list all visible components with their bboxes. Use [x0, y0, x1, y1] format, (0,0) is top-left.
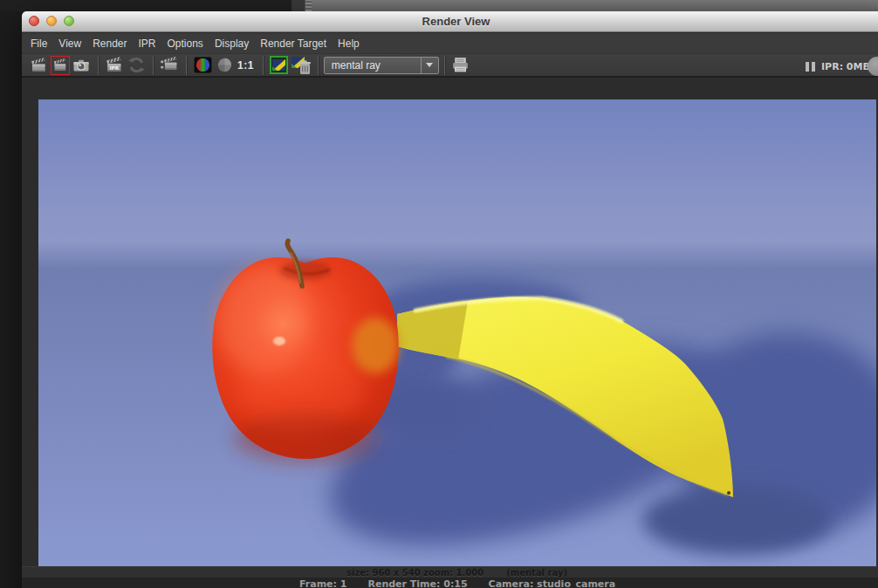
background-window-bar: [312, 0, 878, 11]
ipr-memory-label: IPR: 0MB: [821, 61, 870, 72]
renderer-dropdown-arrow-button[interactable]: [421, 58, 438, 73]
remove-image-button[interactable]: [291, 55, 312, 76]
toolbar-separator: [444, 56, 445, 75]
display-rgb-button[interactable]: [192, 55, 213, 76]
ipr-status-cluster: IPR: 0MB: [806, 54, 870, 79]
render-scene: [38, 99, 876, 566]
menu-help[interactable]: Help: [338, 33, 360, 54]
menu-view[interactable]: View: [58, 33, 81, 54]
render-clapper-icon: [30, 56, 49, 75]
ipr-clapper-icon: IPR: [105, 55, 125, 75]
render-settings-button[interactable]: [450, 55, 471, 76]
titlebar[interactable]: Render View: [22, 11, 878, 32]
banana-reflection-patch: [352, 318, 399, 373]
render-region-clapper-icon: [160, 55, 180, 75]
renderer-dropdown[interactable]: mental ray: [324, 57, 439, 74]
menu-render[interactable]: Render: [93, 33, 127, 54]
background-window-grip[interactable]: [305, 0, 312, 11]
window-title: Render View: [22, 11, 878, 31]
render-view-content: size: 960 x 540 zoom: 1.000 (mental ray)…: [22, 99, 878, 588]
status-camera: Camera: studio_camera: [489, 578, 616, 588]
desktop-background: [0, 0, 292, 11]
ipr-render-button[interactable]: IPR: [104, 55, 125, 76]
rgb-channels-icon: [193, 55, 213, 75]
redo-render-clapper-icon: [52, 57, 69, 73]
svg-text:IPR: IPR: [109, 65, 119, 71]
render-region-button[interactable]: [159, 55, 180, 76]
banana-tip-dot: [727, 491, 731, 495]
caption-size-zoom: size: 960 x 540 zoom: 1.000: [346, 567, 484, 578]
camera-icon: [72, 56, 91, 75]
specular-highlight: [273, 337, 285, 345]
pause-ipr-icon[interactable]: [806, 62, 815, 72]
render-button[interactable]: [29, 55, 50, 76]
redo-previous-render-button[interactable]: [51, 56, 70, 75]
image-caption: size: 960 x 540 zoom: 1.000 (mental ray): [22, 566, 878, 578]
status-frame: Frame: 1: [299, 578, 346, 588]
menu-display[interactable]: Display: [215, 33, 249, 54]
menu-ipr[interactable]: IPR: [139, 33, 156, 54]
snapshot-button[interactable]: [71, 55, 92, 76]
keep-image-button[interactable]: [269, 55, 290, 76]
background-window-edge: [292, 0, 305, 11]
menu-file[interactable]: File: [31, 33, 47, 54]
menu-render-target[interactable]: Render Target: [260, 33, 326, 54]
menu-options[interactable]: Options: [168, 33, 203, 54]
toolbar-separator: [263, 56, 264, 75]
refresh-icon: [127, 55, 147, 75]
zoom-ratio-button[interactable]: 1:1: [237, 59, 254, 72]
toolbar-separator: [98, 56, 99, 75]
menubar: File View Render IPR Options Display Ren…: [22, 32, 878, 53]
chevron-down-icon: [426, 63, 433, 67]
alpha-channel-icon: [215, 55, 235, 75]
display-alpha-button[interactable]: [214, 55, 235, 76]
toolbar-separator: [318, 56, 319, 75]
status-render-time: Render Time: 0:15: [367, 578, 467, 588]
renderer-dropdown-value: mental ray: [325, 58, 421, 73]
keep-image-icon: [270, 56, 288, 74]
toolbar: IPR: [22, 53, 878, 78]
printer-icon: [450, 55, 470, 75]
rendered-image-canvas[interactable]: [38, 99, 876, 566]
apple: [212, 241, 399, 462]
refresh-ipr-button[interactable]: [126, 55, 147, 76]
caption-renderer: (mental ray): [506, 567, 567, 578]
toolbar-separator: [153, 56, 154, 75]
remove-image-trash-icon: [291, 55, 312, 76]
render-view-window: Render View File View Render IPR Options…: [22, 11, 878, 588]
status-bar: Frame: 1 Render Time: 0:15 Camera: studi…: [22, 578, 878, 588]
toolbar-separator: [186, 56, 187, 75]
